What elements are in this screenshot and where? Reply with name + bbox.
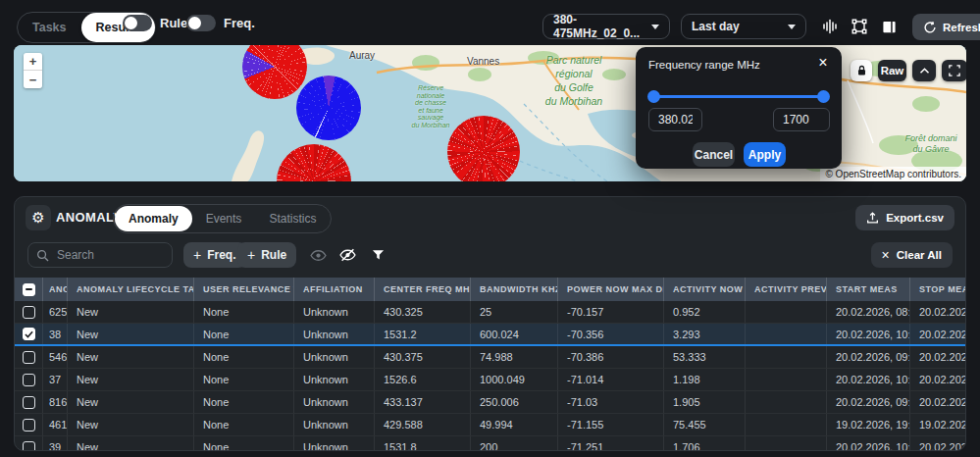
table-row[interactable]: 39NewNoneUnknown1531.8200-71.2511.70620.… <box>15 436 966 451</box>
zoom-out-button[interactable]: − <box>24 71 42 88</box>
table-row[interactable]: 37NewNoneUnknown1526.61000.049-71.0141.1… <box>15 369 966 391</box>
export-csv-button[interactable]: Export.csv <box>855 205 954 230</box>
header-checkbox[interactable] <box>23 283 35 296</box>
filter-button[interactable] <box>369 246 387 264</box>
map-attribution[interactable]: © OpenStreetMap contributors. <box>820 167 966 181</box>
collapse-map-button[interactable] <box>912 60 936 81</box>
tab-events[interactable]: Events <box>192 206 256 231</box>
header-cell-activity_prev[interactable]: ACTIVITY PREV <box>746 278 827 301</box>
cancel-button[interactable]: Cancel <box>693 142 735 167</box>
cell-bandwidth: 25 <box>471 301 558 323</box>
slider-handle-min[interactable] <box>647 90 660 103</box>
row-checkbox[interactable] <box>23 396 35 409</box>
header-cell-stop[interactable]: STOP MEAS <box>910 278 966 301</box>
cell-power: -71.014 <box>558 369 664 390</box>
table-row[interactable]: 816NewNoneUnknown433.137250.006-71.031.9… <box>15 391 966 414</box>
table-row[interactable]: 461NewNoneUnknown429.58849.994-71.15575.… <box>15 414 966 436</box>
table-row[interactable]: 625NewNoneUnknown430.32525-70.1570.95220… <box>15 301 966 324</box>
chevron-down-icon <box>788 25 796 29</box>
cell-activity_now: 1.706 <box>664 436 746 451</box>
cell-affiliation: Unknown <box>294 324 375 344</box>
table-row[interactable]: 546NewNoneUnknown430.37574.988-70.38653.… <box>15 346 966 369</box>
frequency-max-input[interactable] <box>773 108 830 131</box>
pie-marker-blue[interactable] <box>296 76 361 140</box>
pie-marker-red[interactable] <box>447 116 520 181</box>
rules-toggle-group: Rules <box>123 15 194 31</box>
map-zoom-control: + − <box>24 53 42 88</box>
header-cell-bandwidth[interactable]: BANDWIDTH KHZ <box>471 278 558 301</box>
timerange-dropdown[interactable]: Last day <box>681 14 806 39</box>
search-input[interactable] <box>55 247 164 263</box>
header-label-id: ANOM <box>49 284 68 294</box>
header-cell-relevance[interactable]: USER RELEVANCE TAG <box>194 278 294 301</box>
table-header: ANOMANOMALY LIFECYCLE TAGUSER RELEVANCE … <box>15 278 966 301</box>
hide-visibility-button[interactable] <box>338 246 356 264</box>
cell-bandwidth: 1000.049 <box>471 369 558 390</box>
header-cell-affiliation[interactable]: AFFILIATION <box>294 278 375 301</box>
apply-button[interactable]: Apply <box>744 142 786 167</box>
cell-bandwidth: 200 <box>471 436 558 451</box>
header-cell-power[interactable]: POWER NOW MAX DBM <box>558 278 664 301</box>
row-checkbox[interactable] <box>23 441 35 452</box>
cell-id: 625 <box>43 301 68 323</box>
row-checkbox[interactable] <box>23 328 35 340</box>
cell-start: 20.02.2026, 10:28 <box>827 369 910 390</box>
header-cell-lifecycle[interactable]: ANOMALY LIFECYCLE TAG <box>68 278 194 301</box>
header-label-relevance: USER RELEVANCE TAG <box>203 284 294 294</box>
popup-title: Frequency range MHz <box>648 59 760 71</box>
refresh-button[interactable]: Refresh <box>912 14 980 40</box>
show-visibility-button[interactable] <box>309 246 327 264</box>
gear-icon: ⚙ <box>31 209 44 227</box>
row-checkbox[interactable] <box>23 419 35 432</box>
gear-icon-button[interactable]: ⚙ <box>26 205 51 230</box>
cell-start: 20.02.2026, 09:41 <box>827 346 910 368</box>
add-rule-label: Rule <box>261 248 286 262</box>
cell-activity_prev <box>746 369 827 390</box>
cell-activity_prev <box>746 346 827 368</box>
zoom-in-button[interactable]: + <box>24 53 42 71</box>
cell-center_freq: 1526.6 <box>375 369 471 390</box>
freq-switch[interactable] <box>186 15 216 31</box>
add-rule-button[interactable]: + Rule <box>237 242 296 268</box>
header-cell-id[interactable]: ANOM <box>43 278 68 301</box>
lock-button[interactable] <box>851 60 872 81</box>
frequency-range-slider[interactable] <box>649 90 828 103</box>
row-checkbox[interactable] <box>23 306 35 319</box>
table-row[interactable]: 38NewNoneUnknown1531.2600.024-70.3563.29… <box>15 324 966 346</box>
cell-affiliation: Unknown <box>294 436 375 451</box>
tab-statistics[interactable]: Statistics <box>255 206 330 231</box>
frequency-min-input[interactable] <box>648 108 702 131</box>
header-cell-start[interactable]: START MEAS <box>827 278 910 301</box>
cell-activity_now: 1.198 <box>664 369 746 390</box>
rules-switch[interactable] <box>123 15 152 31</box>
clear-all-label: Clear All <box>897 249 942 261</box>
cell-center_freq: 1531.2 <box>375 324 471 344</box>
tab-anomaly[interactable]: Anomaly <box>115 206 192 231</box>
slider-handle-max[interactable] <box>817 90 830 103</box>
row-checkbox-cell <box>15 346 43 368</box>
cell-start: 19.02.2026, 19:27 <box>827 414 910 435</box>
tasks-button[interactable]: Tasks <box>18 13 81 42</box>
frame-icon-button[interactable] <box>850 17 869 36</box>
row-checkbox[interactable] <box>23 351 35 364</box>
cell-relevance: None <box>194 436 294 451</box>
cell-center_freq: 433.137 <box>375 391 471 413</box>
cell-power: -70.386 <box>558 346 664 368</box>
raw-button[interactable]: Raw <box>878 60 906 81</box>
cell-id: 38 <box>43 324 68 344</box>
map-icon-button[interactable] <box>879 17 899 36</box>
header-label-activity_now: ACTIVITY NOW <box>673 284 743 294</box>
switch-knob-icon <box>188 17 201 29</box>
clear-all-button[interactable]: × Clear All <box>871 242 953 268</box>
fullscreen-button[interactable] <box>942 60 966 81</box>
close-icon[interactable]: × <box>814 54 832 72</box>
header-cell-center_freq[interactable]: CENTER FREQ MHZ <box>375 278 471 301</box>
cell-relevance: None <box>194 369 294 390</box>
cell-lifecycle: New <box>68 414 194 435</box>
add-freq-button[interactable]: + Freq. <box>183 242 246 268</box>
header-cell-activity_now[interactable]: ACTIVITY NOW <box>664 278 746 301</box>
header-label-power: POWER NOW MAX DBM <box>567 284 664 294</box>
waveform-icon-button[interactable] <box>820 17 840 36</box>
row-checkbox[interactable] <box>23 374 35 386</box>
dataset-dropdown[interactable]: 380-475MHz_02_0... <box>542 14 670 39</box>
